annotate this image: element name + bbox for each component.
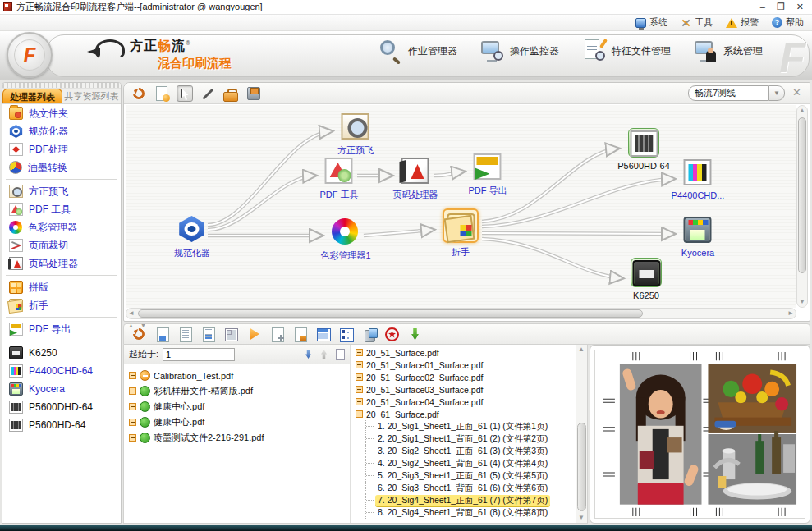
page-row[interactable]: 2. 20_Sig1_Sheet1_背面_61 (2) (文件第2页) xyxy=(356,433,576,445)
collapse-icon[interactable] xyxy=(356,410,363,418)
move-down-icon[interactable] xyxy=(303,349,314,359)
add-page-icon[interactable] xyxy=(269,327,285,342)
nav-profile-management[interactable]: 特征文件管理 xyxy=(580,38,671,64)
page-row[interactable]: 3. 20_Sig2_Sheet1_正面_61 (3) (文件第3页) xyxy=(356,445,576,457)
sidebar-grip[interactable] xyxy=(2,83,121,89)
surface-row[interactable]: 20_51_Surface02_Surface.pdf xyxy=(356,371,576,383)
vertical-scroll-thumb[interactable] xyxy=(577,423,586,511)
page-row[interactable]: 4. 20_Sig2_Sheet1_背面_61 (4) (文件第4页) xyxy=(356,457,576,469)
expand-icon[interactable] xyxy=(129,403,136,410)
doc-blue-icon[interactable] xyxy=(154,327,170,342)
sidebar-item-k6250[interactable]: K6250 xyxy=(2,344,121,362)
sidebar-item-ink-convert[interactable]: 油墨转换 xyxy=(2,158,121,176)
sidebar-item-imposition[interactable]: 拼版 xyxy=(2,278,121,296)
expand-icon[interactable] xyxy=(129,434,136,442)
thumbnail-grid-icon[interactable] xyxy=(223,327,239,342)
node-pdf-tool[interactable]: PDF 工具 xyxy=(305,156,374,201)
nav-job-manager[interactable]: 作业管理器 xyxy=(377,38,457,64)
sidebar-item-page-crop[interactable]: 页面裁切 xyxy=(2,236,121,254)
new-workflow-icon[interactable] xyxy=(154,85,170,102)
doc-text-icon[interactable] xyxy=(177,327,193,342)
connect-line-icon[interactable] xyxy=(200,85,216,102)
doc-report-icon[interactable] xyxy=(200,327,216,342)
sidebar-item-page-number[interactable]: 页码处理器 xyxy=(2,254,121,272)
node-color-manager[interactable]: 色彩管理器1 xyxy=(311,217,380,262)
scroll-down-arrow[interactable]: ▼ xyxy=(797,297,807,307)
minimize-button[interactable]: – xyxy=(760,2,765,12)
expand-icon[interactable] xyxy=(356,349,363,356)
expand-icon[interactable] xyxy=(356,373,363,381)
vertical-scroll-thumb[interactable] xyxy=(798,117,806,273)
sidebar-item-p5600dhd[interactable]: P5600DHD-64 xyxy=(2,398,121,416)
sidebar-item-color-manager[interactable]: 色彩管理器 xyxy=(2,218,121,236)
expand-icon[interactable] xyxy=(356,386,363,393)
download-arrow-icon[interactable] xyxy=(407,327,423,342)
node-page-number[interactable]: 页码处理器 xyxy=(381,156,450,201)
node-kyocera[interactable]: Kyocera xyxy=(663,215,732,258)
lock-case-icon[interactable] xyxy=(222,87,239,103)
sidebar-item-pdf-export[interactable]: PDF 导出 xyxy=(2,320,121,338)
start-at-input[interactable] xyxy=(163,348,235,361)
page-row[interactable]: 6. 20_Sig3_Sheet1_背面_61 (6) (文件第6页) xyxy=(356,482,576,494)
page-preview-panel[interactable] xyxy=(590,345,810,524)
expand-icon[interactable] xyxy=(129,419,136,426)
menu-alarm[interactable]: 报警 xyxy=(726,16,759,29)
scroll-right-arrow[interactable]: ► xyxy=(786,309,796,318)
workflow-close-icon[interactable]: ✕ xyxy=(791,87,803,99)
refresh-icon[interactable] xyxy=(131,326,147,342)
scroll-up-arrow[interactable]: ▲ xyxy=(576,345,586,355)
nav-system-management[interactable]: 系统管理 xyxy=(692,38,763,64)
horizontal-scroll-thumb[interactable] xyxy=(138,309,643,318)
sidebar-item-folding[interactable]: 折手 xyxy=(2,296,121,314)
surfaces-scrollbar[interactable]: ▲ ▼ xyxy=(576,345,587,523)
sidebar-item-p4400chd[interactable]: P4400CHD-64 xyxy=(2,362,121,380)
node-folding-selected[interactable]: 折手 xyxy=(426,208,495,259)
surface-row[interactable]: 20_51_Surface.pdf xyxy=(356,346,576,359)
node-normalizer[interactable]: 规范化器 xyxy=(158,214,227,259)
sidebar-item-normalizer[interactable]: 规范化器 xyxy=(2,122,121,140)
surface-row[interactable]: 20_51_Surface01_Surface.pdf xyxy=(356,359,576,371)
job-row[interactable]: 健康中心.pdf xyxy=(126,414,348,430)
list-view-icon[interactable] xyxy=(338,327,354,342)
surface-row[interactable]: 20_51_Surface03_Surface.pdf xyxy=(356,383,576,396)
menu-system[interactable]: 系统 xyxy=(635,16,667,29)
close-button[interactable]: ✕ xyxy=(796,2,804,12)
node-preflight[interactable]: 方正预飞 xyxy=(321,112,390,157)
node-p4400chd[interactable]: P4400CHD... xyxy=(663,158,732,200)
founder-logo-button[interactable]: F xyxy=(7,32,53,78)
node-pdf-export[interactable]: PDF 导出 xyxy=(453,152,522,197)
page-row[interactable]: 5. 20_Sig3_Sheet1_正面_61 (5) (文件第5页) xyxy=(356,469,576,482)
table-view-icon[interactable] xyxy=(315,327,331,342)
expand-icon[interactable] xyxy=(129,372,136,379)
sidebar-item-kyocera[interactable]: Kyocera xyxy=(2,380,121,398)
workflow-dropdown-button[interactable]: ▼ xyxy=(769,85,785,101)
scroll-up-arrow[interactable]: ▲ xyxy=(797,106,807,116)
page-row[interactable]: 8. 20_Sig4_Sheet1_背面_61 (8) (文件第8页) xyxy=(356,506,576,519)
maximize-button[interactable]: ❒ xyxy=(777,2,785,12)
sidebar-item-pdf-process[interactable]: PDF处理 xyxy=(2,140,121,158)
sidebar-item-pdf-tool[interactable]: PDF 工具 xyxy=(2,200,121,218)
new-page-icon[interactable] xyxy=(334,349,345,359)
node-k6250[interactable]: K6250 xyxy=(612,258,681,300)
surface-row-expanded[interactable]: 20_61_Surface.pdf xyxy=(356,408,576,420)
expand-icon[interactable] xyxy=(129,387,136,395)
job-row[interactable]: 喷墨测试文件2-216-291.pdf xyxy=(126,430,348,446)
job-row[interactable]: 健康中心.pdf xyxy=(126,399,348,414)
recycle-icon[interactable] xyxy=(361,327,377,342)
workflow-canvas[interactable]: 规范化器 方正预飞 PDF 工具 页码处理器 PDF 导出 xyxy=(126,105,796,308)
sidebar-item-preflight[interactable]: 方正预飞 xyxy=(2,182,121,200)
select-cursor-icon[interactable] xyxy=(177,85,193,102)
undo-icon[interactable] xyxy=(131,85,147,102)
menu-tools[interactable]: 工具 xyxy=(681,16,713,29)
scroll-down-arrow[interactable]: ▼ xyxy=(576,513,586,523)
stamp-page-icon[interactable] xyxy=(292,327,308,342)
start-job-icon[interactable] xyxy=(246,327,262,342)
tab-processor-list[interactable]: 处理器列表 xyxy=(2,89,62,103)
menu-help[interactable]: ?帮助 xyxy=(772,16,804,29)
canvas-vertical-scrollbar[interactable]: ▲ ▼ xyxy=(796,105,808,308)
canvas-horizontal-scrollbar[interactable]: ◄ ► xyxy=(126,308,796,319)
surface-row[interactable]: 20_51_Surface04_Surface.pdf xyxy=(356,396,576,408)
expand-icon[interactable] xyxy=(356,398,363,405)
move-up-icon[interactable] xyxy=(319,349,329,359)
expand-icon[interactable] xyxy=(356,361,363,368)
